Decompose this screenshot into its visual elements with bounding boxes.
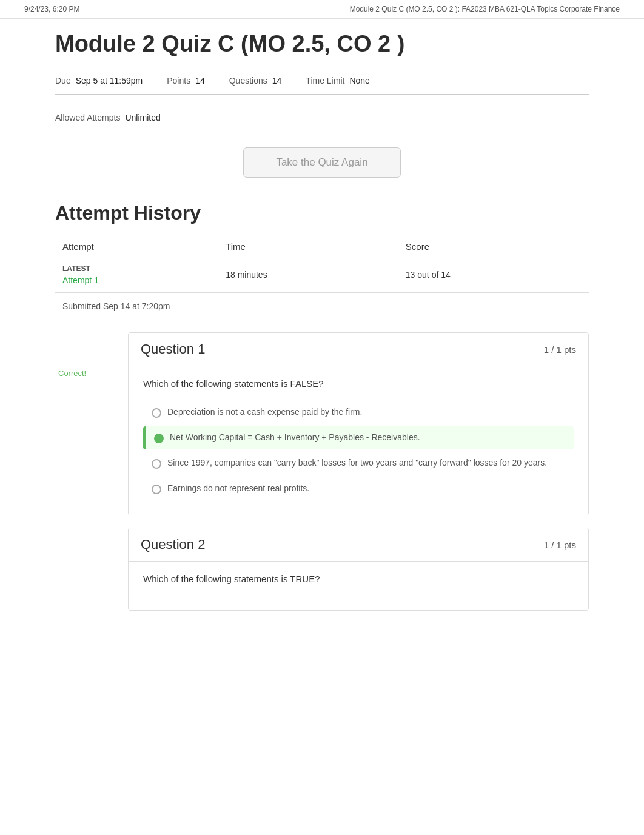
timestamp: 9/24/23, 6:20 PM bbox=[24, 5, 79, 13]
answer-text: Net Working Capital = Cash + Inventory +… bbox=[170, 432, 420, 442]
question-1-text: Which of the following statements is FAL… bbox=[143, 378, 574, 389]
allowed-attempts-label: Allowed Attempts bbox=[55, 113, 120, 122]
col-score-label: Score bbox=[398, 236, 589, 257]
latest-badge: LATEST bbox=[62, 264, 211, 273]
submission-date: Submitted Sep 14 at 7:20pm bbox=[55, 293, 589, 320]
quiz-meta-bar: Due Sep 5 at 11:59pm Points 14 Questions… bbox=[55, 67, 589, 95]
due-label: Due bbox=[55, 76, 71, 86]
time-limit-value: None bbox=[349, 76, 369, 86]
questions-value: 14 bbox=[272, 76, 282, 86]
points-value: 14 bbox=[195, 76, 205, 86]
attempt-table: Attempt Time Score LATEST Attempt 1 18 m… bbox=[55, 236, 589, 293]
answer-option: Depreciation is not a cash expense paid … bbox=[143, 401, 574, 424]
breadcrumb: Module 2 Quiz C (MO 2.5, CO 2 ): FA2023 … bbox=[350, 5, 620, 13]
attempt-score: 13 out of 14 bbox=[398, 257, 589, 293]
due-value: Sep 5 at 11:59pm bbox=[76, 76, 143, 86]
answer-radio bbox=[152, 485, 161, 494]
question-2-title: Question 2 bbox=[141, 537, 205, 552]
answer-text: Since 1997, companies can "carry back" l… bbox=[167, 458, 547, 468]
attempt-history-title: Attempt History bbox=[55, 202, 589, 224]
quiz-title: Module 2 Quiz C (MO 2.5, CO 2 ) bbox=[55, 31, 589, 57]
col-attempt-label: Attempt bbox=[55, 236, 218, 257]
answer-radio bbox=[152, 459, 161, 469]
answer-option: Earnings do not represent real profits. bbox=[143, 477, 574, 500]
question-1-pts: 1 / 1 pts bbox=[544, 344, 576, 355]
allowed-attempts-row: Allowed Attempts Unlimited bbox=[55, 113, 589, 129]
attempt-time: 18 minutes bbox=[218, 257, 398, 293]
table-row: LATEST Attempt 1 18 minutes 13 out of 14 bbox=[55, 257, 589, 293]
answer-option-selected: Net Working Capital = Cash + Inventory +… bbox=[143, 426, 574, 449]
col-time-label: Time bbox=[218, 236, 398, 257]
answer-text: Depreciation is not a cash expense paid … bbox=[167, 407, 362, 417]
questions-label: Questions bbox=[229, 76, 267, 86]
question-block-1: Question 1 1 / 1 pts Which of the follow… bbox=[128, 332, 589, 515]
time-limit-label: Time Limit bbox=[306, 76, 344, 86]
answer-radio bbox=[152, 408, 161, 418]
answer-radio-filled bbox=[154, 434, 164, 443]
attempt-link[interactable]: Attempt 1 bbox=[62, 275, 211, 285]
points-label: Points bbox=[167, 76, 190, 86]
question-2-text: Which of the following statements is TRU… bbox=[143, 574, 574, 584]
question-2-pts: 1 / 1 pts bbox=[544, 540, 576, 550]
question-block-2: Question 2 1 / 1 pts Which of the follow… bbox=[128, 528, 589, 611]
question-1-title: Question 1 bbox=[141, 341, 205, 357]
answer-option: Since 1997, companies can "carry back" l… bbox=[143, 452, 574, 475]
answer-text: Earnings do not represent real profits. bbox=[167, 483, 309, 493]
correct-label-q1: Correct! bbox=[58, 369, 86, 378]
take-quiz-button[interactable]: Take the Quiz Again bbox=[243, 147, 401, 178]
allowed-attempts-value: Unlimited bbox=[125, 113, 160, 122]
